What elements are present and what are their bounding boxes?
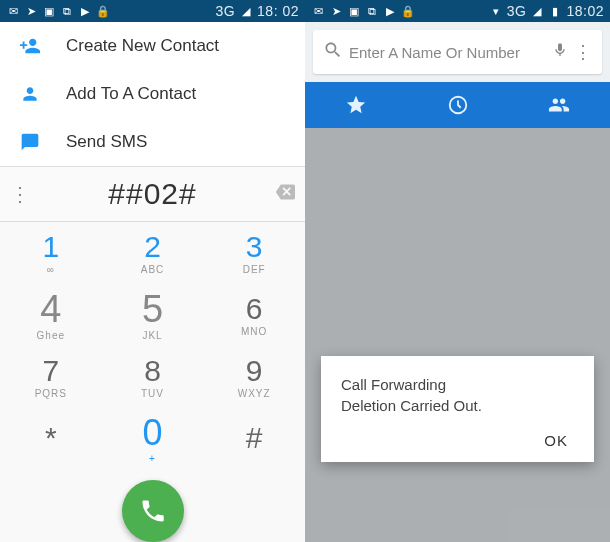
dialog-line-1: Call Forwarding [341, 374, 574, 395]
add-to-contact-item[interactable]: Add To A Contact [0, 70, 305, 118]
network-label: 3G [215, 3, 235, 19]
tab-bar [305, 82, 610, 128]
clock-label: 18:02 [566, 3, 604, 19]
telegram-icon: ➤ [24, 4, 38, 18]
content-area: Call Forwarding Deletion Carried Out. OK [305, 128, 610, 542]
key-9[interactable]: 9WXYZ [203, 346, 305, 408]
ussd-result-dialog: Call Forwarding Deletion Carried Out. OK [321, 356, 594, 462]
key-1[interactable]: 1∞ [0, 222, 102, 284]
ok-button[interactable]: OK [538, 428, 574, 453]
backspace-button[interactable] [265, 182, 305, 206]
telegram-icon: ➤ [329, 4, 343, 18]
contact-menu: Create New Contact Add To A Contact Send… [0, 22, 305, 166]
key-7[interactable]: 7PQRS [0, 346, 102, 408]
dialed-number: ##02# [40, 177, 265, 211]
create-contact-item[interactable]: Create New Contact [0, 22, 305, 70]
tab-favorites[interactable] [305, 82, 407, 128]
phone-dialer-screen: ✉ ➤ ▣ ⧉ ▶ 🔒 3G ◢ 18: 02 Create New Conta… [0, 0, 305, 542]
search-icon [323, 40, 349, 64]
tab-recents[interactable] [407, 82, 509, 128]
key-8[interactable]: 8TUV [102, 346, 204, 408]
key-6[interactable]: 6MNO [203, 284, 305, 346]
modal-overlay [305, 128, 610, 542]
keypad: 1∞ 2ABC 3DEF 4Ghee 5JKL 6MNO 7PQRS 8TUV … [0, 222, 305, 542]
send-sms-item[interactable]: Send SMS [0, 118, 305, 166]
key-hash[interactable]: # [203, 408, 305, 470]
search-placeholder: Enter A Name Or Number [349, 44, 552, 61]
status-bar-left: ✉ ➤ ▣ ⧉ ▶ 🔒 3G ◢ 18: 02 [0, 0, 305, 22]
dropbox-icon: ⧉ [365, 4, 379, 18]
key-0[interactable]: 0+ [102, 408, 204, 470]
overflow-menu-button[interactable]: ⋮ [0, 182, 40, 206]
key-2[interactable]: 2ABC [102, 222, 204, 284]
wifi-icon: ▾ [489, 4, 503, 18]
call-button[interactable] [122, 480, 184, 542]
battery-icon: ▮ [548, 4, 562, 18]
tab-contacts[interactable] [508, 82, 610, 128]
key-star[interactable]: * [0, 408, 102, 470]
lock-icon: 🔒 [96, 4, 110, 18]
more-menu-button[interactable]: ⋮ [574, 41, 592, 63]
signal-icon: ◢ [239, 4, 253, 18]
create-contact-label: Create New Contact [66, 36, 219, 56]
mail-icon: ✉ [6, 4, 20, 18]
search-bar[interactable]: Enter A Name Or Number ⋮ [313, 30, 602, 74]
key-3[interactable]: 3DEF [203, 222, 305, 284]
signal-icon: ◢ [530, 4, 544, 18]
add-to-contact-label: Add To A Contact [66, 84, 196, 104]
mic-icon[interactable] [552, 42, 574, 62]
key-5[interactable]: 5JKL [102, 284, 204, 346]
network-label: 3G [507, 3, 527, 19]
dropbox-icon: ⧉ [60, 4, 74, 18]
image-icon: ▣ [347, 4, 361, 18]
add-contact-icon [18, 35, 42, 57]
person-icon [18, 84, 42, 104]
youtube-icon: ▶ [78, 4, 92, 18]
dialog-line-2: Deletion Carried Out. [341, 395, 574, 416]
image-icon: ▣ [42, 4, 56, 18]
clock-label: 18: 02 [257, 3, 299, 19]
dialog-message: Call Forwarding Deletion Carried Out. [341, 374, 574, 416]
dialed-number-row: ⋮ ##02# [0, 166, 305, 222]
lock-icon: 🔒 [401, 4, 415, 18]
sms-icon [18, 132, 42, 152]
key-4[interactable]: 4Ghee [0, 284, 102, 346]
status-bar-right: ✉ ➤ ▣ ⧉ ▶ 🔒 ▾ 3G ◢ ▮ 18:02 [305, 0, 610, 22]
mail-icon: ✉ [311, 4, 325, 18]
youtube-icon: ▶ [383, 4, 397, 18]
dialer-result-screen: ✉ ➤ ▣ ⧉ ▶ 🔒 ▾ 3G ◢ ▮ 18:02 Enter A Name … [305, 0, 610, 542]
send-sms-label: Send SMS [66, 132, 147, 152]
